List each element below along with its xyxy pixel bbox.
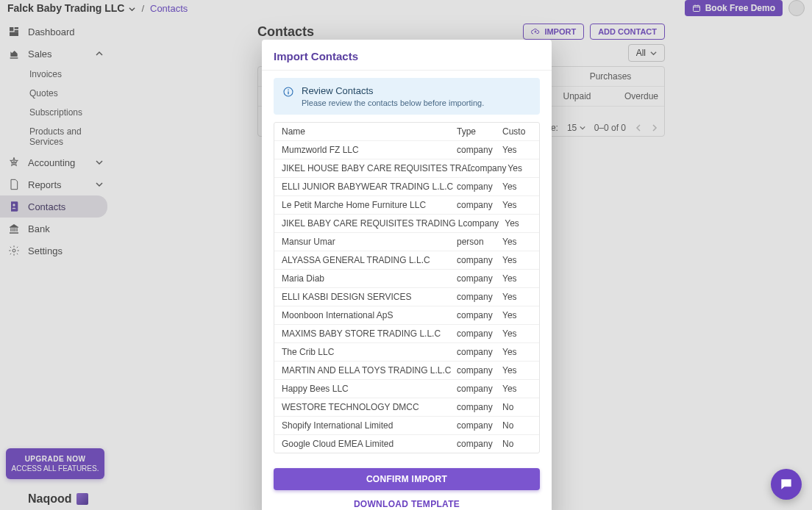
col-type-header: Type [457, 126, 502, 137]
review-row: Google Cloud EMEA LimitedcompanyNo [274, 435, 539, 453]
review-type: company [457, 200, 502, 210]
review-name: Mansur Umar [282, 237, 457, 247]
modal-title: Import Contacts [274, 50, 540, 62]
review-name: JIKEL BABY CARE REQUISITES TRADING L.L.C [282, 218, 463, 229]
review-customer: Yes [505, 218, 532, 229]
review-customer: No [502, 402, 532, 412]
review-type: company [457, 384, 502, 394]
review-name: ELLI JUNIOR BABYWEAR TRADING L.L.C [282, 182, 457, 192]
review-row: ELLI KASBI DESIGN SERVICEScompanyYes [274, 288, 539, 306]
review-type: company [457, 255, 502, 265]
review-customer: Yes [502, 273, 532, 284]
download-template-label: DOWNLOAD TEMPLATE [354, 499, 460, 509]
review-row: Mumzworld FZ LLCcompanyYes [274, 141, 539, 159]
review-name: Maria Diab [282, 273, 457, 284]
review-row: JIKEL BABY CARE REQUISITES TRADING L.L.C… [274, 215, 539, 233]
review-customer: Yes [502, 200, 532, 210]
review-row: ELLI JUNIOR BABYWEAR TRADING L.L.Ccompan… [274, 178, 539, 196]
info-icon [282, 86, 294, 98]
review-name: Happy Bees LLC [282, 384, 457, 394]
review-customer: Yes [502, 292, 532, 302]
review-name: JIKEL HOUSE BABY CARE REQUISITES TRADING… [282, 163, 471, 173]
chat-icon [779, 477, 794, 492]
review-name: ALYASSA GENERAL TRADING L.L.C [282, 255, 457, 265]
col-name-header: Name [282, 126, 457, 137]
confirm-import-label: CONFIRM IMPORT [366, 474, 447, 484]
review-name: Le Petit Marche Home Furniture LLC [282, 200, 457, 210]
review-customer: No [502, 420, 532, 431]
review-type: company [457, 420, 502, 431]
review-type: company [457, 328, 502, 339]
review-type: company [471, 163, 508, 173]
import-contacts-modal: Import Contacts Review Contacts Please r… [262, 40, 552, 510]
review-customer: Yes [502, 310, 532, 320]
review-row: MARTIN AND ELLA TOYS TRADING L.L.Ccompan… [274, 362, 539, 380]
review-name: Mumzworld FZ LLC [282, 145, 457, 155]
review-row: Shopify International LimitedcompanyNo [274, 417, 539, 435]
review-type: person [457, 237, 502, 247]
review-row: JIKEL HOUSE BABY CARE REQUISITES TRADING… [274, 159, 539, 178]
review-name: Google Cloud EMEA Limited [282, 439, 457, 449]
review-type: company [457, 182, 502, 192]
review-row: The Crib LLCcompanyYes [274, 343, 539, 362]
review-customer: Yes [502, 182, 532, 192]
review-row: WESTORE TECHNOLOGY DMCCcompanyNo [274, 398, 539, 417]
review-customer: Yes [508, 163, 532, 173]
review-row: Moonboon International ApScompanyYes [274, 306, 539, 325]
review-name: Moonboon International ApS [282, 310, 457, 320]
review-row: Le Petit Marche Home Furniture LLCcompan… [274, 196, 539, 215]
review-name: Shopify International Limited [282, 420, 457, 431]
review-customer: Yes [502, 365, 532, 376]
review-type: company [457, 310, 502, 320]
review-row: Happy Bees LLCcompanyYes [274, 380, 539, 398]
review-name: WESTORE TECHNOLOGY DMCC [282, 402, 457, 412]
review-row: ALYASSA GENERAL TRADING L.L.CcompanyYes [274, 251, 539, 270]
review-type: company [463, 218, 505, 229]
download-template-button[interactable]: DOWNLOAD TEMPLATE [274, 495, 540, 510]
review-name: The Crib LLC [282, 347, 457, 357]
review-name: ELLI KASBI DESIGN SERVICES [282, 292, 457, 302]
review-type: company [457, 347, 502, 357]
review-customer: No [502, 439, 532, 449]
banner-title: Review Contacts [302, 85, 484, 96]
review-customer: Yes [502, 145, 532, 155]
review-type: company [457, 365, 502, 376]
review-type: company [457, 439, 502, 449]
review-row: Maria DiabcompanyYes [274, 270, 539, 288]
review-type: company [457, 145, 502, 155]
banner-subtitle: Please review the contacts below before … [302, 98, 484, 107]
review-table-head: Name Type Custo [274, 123, 539, 141]
review-table: Name Type Custo Mumzworld FZ LLCcompanyY… [274, 122, 540, 453]
chat-fab[interactable] [771, 469, 802, 500]
review-row: Mansur UmarpersonYes [274, 233, 539, 251]
review-type: company [457, 402, 502, 412]
svg-point-8 [288, 90, 289, 91]
review-row: MAXIMS BABY STORE TRADING L.L.CcompanyYe… [274, 325, 539, 343]
review-customer: Yes [502, 328, 532, 339]
review-customer: Yes [502, 347, 532, 357]
review-name: MARTIN AND ELLA TOYS TRADING L.L.C [282, 365, 457, 376]
review-type: company [457, 292, 502, 302]
review-banner: Review Contacts Please review the contac… [274, 78, 540, 115]
svg-rect-9 [288, 91, 288, 94]
review-name: MAXIMS BABY STORE TRADING L.L.C [282, 328, 457, 339]
confirm-import-button[interactable]: CONFIRM IMPORT [274, 468, 540, 490]
review-customer: Yes [502, 255, 532, 265]
review-customer: Yes [502, 384, 532, 394]
review-customer: Yes [502, 237, 532, 247]
review-type: company [457, 273, 502, 284]
col-customer-header: Custo [502, 126, 532, 137]
